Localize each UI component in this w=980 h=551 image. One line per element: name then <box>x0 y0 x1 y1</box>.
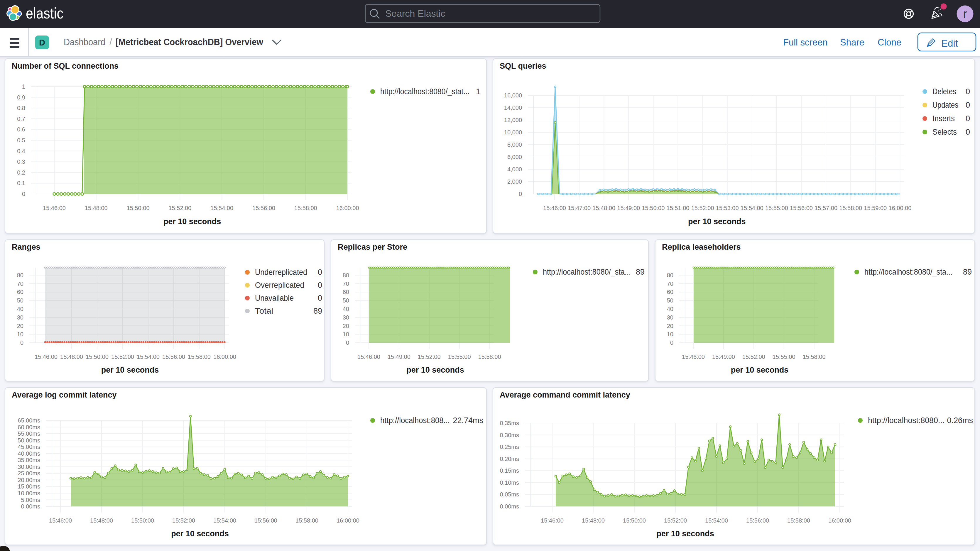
svg-text:0.20ms: 0.20ms <box>500 455 519 462</box>
svg-text:Overreplicated: Overreplicated <box>255 281 304 290</box>
svg-text:80: 80 <box>343 272 349 279</box>
svg-text:10: 10 <box>343 331 349 338</box>
svg-text:0: 0 <box>346 339 349 346</box>
svg-text:http://localhost:8080/_sta...: http://localhost:8080/_sta... <box>543 268 631 276</box>
svg-text:16:00:00: 16:00:00 <box>828 517 851 524</box>
svg-text:15:46:00: 15:46:00 <box>543 205 566 211</box>
svg-text:40: 40 <box>667 306 673 312</box>
svg-text:30.00ms: 30.00ms <box>18 463 40 470</box>
svg-text:15:50:00: 15:50:00 <box>623 517 646 524</box>
svg-text:20: 20 <box>343 323 349 329</box>
svg-text:0: 0 <box>966 100 970 110</box>
svg-text:15:58:00: 15:58:00 <box>296 517 318 524</box>
svg-text:15:58:00: 15:58:00 <box>188 354 211 360</box>
svg-text:Search Elastic: Search Elastic <box>385 8 445 19</box>
svg-text:6,000: 6,000 <box>508 154 522 160</box>
svg-text:25.00ms: 25.00ms <box>18 470 40 476</box>
svg-text:16:00:00: 16:00:00 <box>336 205 359 211</box>
svg-text:0.30ms: 0.30ms <box>500 432 519 438</box>
svg-text:0.2: 0.2 <box>17 169 25 176</box>
svg-text:15:48:00: 15:48:00 <box>90 517 113 524</box>
svg-text:0: 0 <box>318 268 322 277</box>
svg-text:per 10 seconds: per 10 seconds <box>731 366 789 374</box>
svg-text:15.00ms: 15.00ms <box>18 483 40 490</box>
svg-text:30: 30 <box>667 314 673 321</box>
svg-text:elastic: elastic <box>26 5 64 22</box>
svg-text:15:46:00: 15:46:00 <box>49 517 72 524</box>
svg-text:40: 40 <box>343 306 349 312</box>
svg-text:Dashboard: Dashboard <box>64 37 105 47</box>
svg-text:http://localhost:8080/_sta...: http://localhost:8080/_sta... <box>864 268 953 276</box>
svg-text:15:56:00: 15:56:00 <box>162 354 185 360</box>
svg-text:15:49:00: 15:49:00 <box>617 205 640 211</box>
svg-text:0.9: 0.9 <box>17 94 25 100</box>
svg-text:15:52:00: 15:52:00 <box>418 354 441 360</box>
svg-text:15:46:00: 15:46:00 <box>357 354 380 360</box>
svg-text:r: r <box>963 7 967 20</box>
svg-text:Updates: Updates <box>932 100 958 110</box>
svg-text:15:58:00: 15:58:00 <box>478 354 501 360</box>
svg-text:15:50:00: 15:50:00 <box>642 205 665 211</box>
svg-text:16:00:00: 16:00:00 <box>888 205 912 211</box>
svg-text:0.35ms: 0.35ms <box>500 420 519 426</box>
svg-text:15:50:00: 15:50:00 <box>86 354 108 360</box>
svg-text:0: 0 <box>966 87 970 96</box>
svg-text:15:55:00: 15:55:00 <box>773 354 795 360</box>
svg-text:0.5: 0.5 <box>17 137 25 143</box>
svg-text:80: 80 <box>667 272 673 279</box>
svg-text:15:49:00: 15:49:00 <box>388 354 410 360</box>
svg-text:0: 0 <box>966 114 970 123</box>
svg-text:15:54:00: 15:54:00 <box>705 517 728 524</box>
svg-text:16,000: 16,000 <box>504 92 522 99</box>
svg-text:per 10 seconds: per 10 seconds <box>688 217 746 226</box>
svg-text:15:54:00: 15:54:00 <box>741 205 764 211</box>
svg-text:15:59:00: 15:59:00 <box>864 205 887 211</box>
svg-text:20.00ms: 20.00ms <box>18 477 40 483</box>
svg-text:http://localhost:8080...: http://localhost:8080... <box>868 416 945 425</box>
svg-text:89: 89 <box>313 307 322 315</box>
svg-text:16:00:00: 16:00:00 <box>213 354 236 360</box>
svg-text:15:52:00: 15:52:00 <box>742 354 765 360</box>
svg-text:5.00ms: 5.00ms <box>21 497 40 503</box>
svg-text:0.25ms: 0.25ms <box>500 444 519 450</box>
svg-text:15:49:00: 15:49:00 <box>712 354 735 360</box>
svg-text:15:55:00: 15:55:00 <box>765 205 788 211</box>
svg-text:per 10 seconds: per 10 seconds <box>101 366 159 374</box>
svg-text:60: 60 <box>667 289 673 295</box>
svg-text:0.8: 0.8 <box>17 105 25 111</box>
svg-text:15:46:00: 15:46:00 <box>35 354 57 360</box>
svg-text:0.6: 0.6 <box>17 126 25 133</box>
svg-text:30: 30 <box>17 314 24 321</box>
svg-text:15:50:00: 15:50:00 <box>127 205 150 211</box>
svg-text:0.4: 0.4 <box>17 148 25 154</box>
svg-text:15:58:00: 15:58:00 <box>787 517 810 524</box>
svg-text:0: 0 <box>966 127 970 137</box>
svg-text:15:58:00: 15:58:00 <box>839 205 862 211</box>
svg-text:15:54:00: 15:54:00 <box>137 354 160 360</box>
svg-text:per 10 seconds: per 10 seconds <box>406 366 464 374</box>
svg-text:15:54:00: 15:54:00 <box>210 205 233 211</box>
svg-text:0.26ms: 0.26ms <box>947 416 973 425</box>
svg-text:Share: Share <box>840 37 864 48</box>
svg-text:15:53:00: 15:53:00 <box>716 205 739 211</box>
svg-text:50.00ms: 50.00ms <box>18 437 40 444</box>
svg-text:60: 60 <box>17 289 24 295</box>
svg-text:8,000: 8,000 <box>508 142 522 148</box>
svg-text:15:56:00: 15:56:00 <box>746 517 769 524</box>
svg-text:Full screen: Full screen <box>783 37 828 48</box>
svg-text:70: 70 <box>343 280 349 287</box>
svg-text:1: 1 <box>476 87 480 96</box>
svg-text:20: 20 <box>17 323 24 329</box>
svg-text:Total: Total <box>255 307 273 315</box>
svg-text:15:46:00: 15:46:00 <box>541 517 564 524</box>
svg-text:15:58:00: 15:58:00 <box>803 354 826 360</box>
svg-text:15:46:00: 15:46:00 <box>682 354 705 360</box>
svg-text:Underreplicated: Underreplicated <box>255 268 307 277</box>
svg-text:10,000: 10,000 <box>504 129 522 135</box>
svg-text:0: 0 <box>22 191 25 197</box>
svg-text:40: 40 <box>17 306 24 312</box>
svg-text:15:46:00: 15:46:00 <box>43 205 66 211</box>
svg-text:10: 10 <box>667 331 673 338</box>
svg-text:D: D <box>39 38 45 47</box>
svg-text:15:57:00: 15:57:00 <box>815 205 837 211</box>
